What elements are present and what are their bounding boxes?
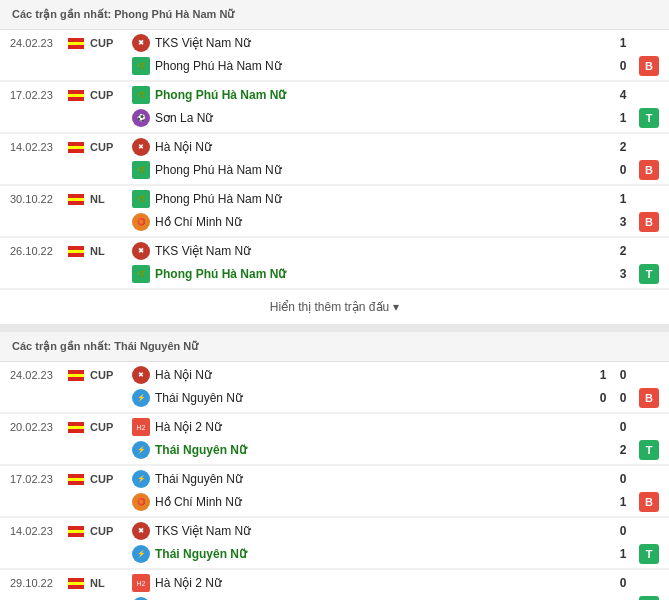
match-date: 30.10.22 [10,193,68,205]
match-row: 24.02.23 CUP ✖ TKS Việt Nam Nữ 1 [0,30,669,54]
match-group: 30.10.22 NL 🌿 Phong Phú Hà Nam Nữ 1 ⭕ Hồ… [0,186,669,238]
team-icon: ⭕ [132,493,150,511]
competition-label: NL [90,193,132,205]
result-badge: B [639,388,659,408]
match-group: 26.10.22 NL ✖ TKS Việt Nam Nữ 2 🌿 Phong … [0,238,669,290]
match-row: 17.02.23 CUP ⚡ Thái Nguyên Nữ 0 [0,466,669,490]
score: 2 [613,244,633,258]
team-name: TKS Việt Nam Nữ [155,524,613,538]
team-name: Hồ Chí Minh Nữ [155,495,613,509]
competition-label: CUP [90,369,132,381]
score: 1 [613,36,633,50]
score: 0 [613,472,633,486]
match-group: 24.02.23 CUP ✖ TKS Việt Nam Nữ 1 🌿 Phong… [0,30,669,82]
match-row: 🌿 Phong Phú Hà Nam Nữ 3 T [0,262,669,289]
team-icon: ✖ [132,138,150,156]
result-badge: T [639,264,659,284]
match-group: 14.02.23 CUP ✖ TKS Việt Nam Nữ 0 ⚡ Thái … [0,518,669,570]
match-row: 30.10.22 NL 🌿 Phong Phú Hà Nam Nữ 1 [0,186,669,210]
score: 3 [613,215,633,229]
match-row: ⭕ Hồ Chí Minh Nữ 1 B [0,490,669,517]
team-name: Hà Nội Nữ [155,140,613,154]
chevron-down-icon: ▾ [393,300,399,314]
team-icon: ⚡ [132,470,150,488]
team-icon: H2 [132,418,150,436]
match-group: 17.02.23 CUP 🌿 Phong Phú Hà Nam Nữ 4 ⚽ S… [0,82,669,134]
score: 2 [613,140,633,154]
score: 0 [613,420,633,434]
flag-icon [68,578,84,589]
match-date: 20.02.23 [10,421,68,433]
section2-header: Các trận gần nhất: Thái Nguyên Nữ [0,332,669,362]
match-group: 20.02.23 CUP H2 Hà Nội 2 Nữ 0 ⚡ Thái Ngu… [0,414,669,466]
team-name: TKS Việt Nam Nữ [155,244,613,258]
competition-label: CUP [90,525,132,537]
match-row: 17.02.23 CUP 🌿 Phong Phú Hà Nam Nữ 4 [0,82,669,106]
team-name: Phong Phú Hà Nam Nữ [155,59,613,73]
team-icon: 🌿 [132,190,150,208]
section2: Các trận gần nhất: Thái Nguyên Nữ 24.02.… [0,332,669,600]
match-date: 24.02.23 [10,37,68,49]
flag-icon [68,370,84,381]
score2: 0 [613,391,633,405]
match-date: 14.02.23 [10,525,68,537]
team-icon: 🌿 [132,57,150,75]
result-badge: T [639,544,659,564]
match-row: ⚽ Sơn La Nữ 1 T [0,106,669,133]
match-date: 17.02.23 [10,89,68,101]
match-row: 🌿 Phong Phú Hà Nam Nữ 0 B [0,54,669,81]
score: 1 [613,547,633,561]
team-name: Phong Phú Hà Nam Nữ [155,192,613,206]
score: 0 [593,391,613,405]
result-badge: T [639,108,659,128]
show-more-button[interactable]: Hiển thị thêm trận đấu ▾ [0,290,669,324]
result-badge: B [639,212,659,232]
team-name: TKS Việt Nam Nữ [155,36,613,50]
result-badge: B [639,56,659,76]
flag-icon [68,474,84,485]
score: 0 [613,59,633,73]
flag-icon [68,246,84,257]
flag-icon [68,422,84,433]
team-icon: ⚡ [132,441,150,459]
match-row: 29.10.22 NL H2 Hà Nội 2 Nữ 0 [0,570,669,594]
match-row: 20.02.23 CUP H2 Hà Nội 2 Nữ 0 [0,414,669,438]
section1: Các trận gần nhất: Phong Phú Hà Nam Nữ 2… [0,0,669,324]
team-icon: ✖ [132,366,150,384]
team-name: Hà Nội Nữ [155,368,593,382]
team-icon: H2 [132,574,150,592]
team-name: Thái Nguyên Nữ [155,472,613,486]
match-row: 24.02.23 CUP ✖ Hà Nội Nữ 1 0 [0,362,669,386]
section-divider [0,324,669,332]
team-name: Hồ Chí Minh Nữ [155,215,613,229]
match-row: 14.02.23 CUP ✖ Hà Nội Nữ 2 [0,134,669,158]
show-more-label: Hiển thị thêm trận đấu [270,300,389,314]
team-name: Hà Nội 2 Nữ [155,420,613,434]
competition-label: CUP [90,473,132,485]
team-name: Phong Phú Hà Nam Nữ [155,163,613,177]
match-group: 14.02.23 CUP ✖ Hà Nội Nữ 2 🌿 Phong Phú H… [0,134,669,186]
team-name: Thái Nguyên Nữ [155,443,613,457]
score: 3 [613,267,633,281]
score: 1 [613,111,633,125]
team-icon: ⚡ [132,389,150,407]
competition-label: NL [90,577,132,589]
flag-icon [68,526,84,537]
competition-label: CUP [90,421,132,433]
section1-header: Các trận gần nhất: Phong Phú Hà Nam Nữ [0,0,669,30]
result-badge: T [639,596,659,600]
score: 0 [613,576,633,590]
match-row: 14.02.23 CUP ✖ TKS Việt Nam Nữ 0 [0,518,669,542]
match-row: ⚡ Thái Nguyên Nữ 1 T [0,542,669,569]
team-name: Thái Nguyên Nữ [155,547,613,561]
match-date: 14.02.23 [10,141,68,153]
team-icon: ⚡ [132,545,150,563]
match-row: ⚡ Thái Nguyên Nữ 3 T [0,594,669,600]
match-group: 29.10.22 NL H2 Hà Nội 2 Nữ 0 ⚡ Thái Nguy… [0,570,669,600]
team-icon: 🌿 [132,265,150,283]
team-name: Hà Nội 2 Nữ [155,576,613,590]
score: 1 [593,368,613,382]
score: 0 [613,524,633,538]
flag-icon [68,194,84,205]
flag-icon [68,142,84,153]
